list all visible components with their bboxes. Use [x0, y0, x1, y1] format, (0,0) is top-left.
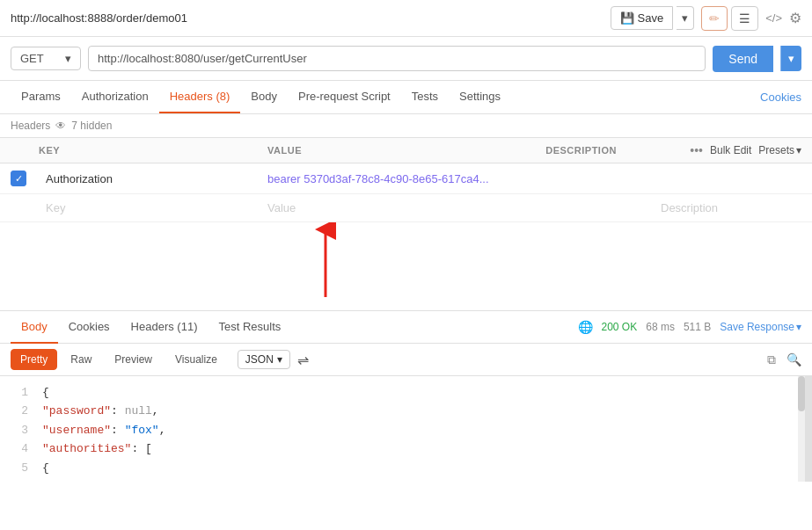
bulk-edit-button[interactable]: Bulk Edit	[710, 144, 751, 156]
tab-authorization[interactable]: Authorization	[71, 81, 159, 113]
checkmark-icon: ✓	[15, 173, 23, 185]
code-area: 1 { 2 "password": null, 3 "username": "f…	[0, 376, 812, 482]
table-row: ✓ Authorization bearer 5370d3af-78c8-4c9…	[0, 163, 812, 194]
code-line-5: 5 {	[0, 459, 805, 477]
url-input[interactable]	[88, 46, 706, 71]
status-badge: 200 OK	[602, 321, 638, 333]
send-button[interactable]: Send	[713, 46, 773, 72]
send-dropdown-button[interactable]: ▾	[780, 46, 801, 71]
comment-button[interactable]: ☰	[731, 6, 758, 31]
col-desc-header: DESCRIPTION	[545, 145, 686, 156]
code-line-6: 6 "authority": "admin"	[0, 477, 805, 482]
tab-settings[interactable]: Settings	[449, 81, 511, 113]
row-checkbox[interactable]: ✓	[11, 171, 26, 186]
tab-headers[interactable]: Headers (8)	[159, 81, 241, 113]
resp-tab-headers[interactable]: Headers (11)	[121, 311, 208, 344]
resp-tab-body[interactable]: Body	[11, 311, 58, 344]
fmt-visualize[interactable]: Visualize	[165, 349, 227, 370]
json-chevron-icon: ▾	[277, 353, 282, 366]
save-dropdown-button[interactable]: ▾	[677, 6, 694, 30]
resp-tab-test-results[interactable]: Test Results	[208, 311, 291, 344]
code-line-4: 4 "authorities": [	[0, 439, 805, 458]
table-row-empty: Key Value Description	[0, 194, 812, 222]
hidden-count: 7 hidden	[71, 120, 112, 132]
cookies-link[interactable]: Cookies	[760, 91, 801, 104]
col-key-header: KEY	[39, 145, 267, 156]
save-button[interactable]: 💾 Save	[611, 6, 674, 30]
empty-desc-input[interactable]: Description	[661, 201, 801, 214]
fmt-preview[interactable]: Preview	[105, 349, 162, 370]
row-key: Authorization	[39, 172, 267, 185]
presets-button[interactable]: Presets ▾	[758, 144, 801, 156]
eye-icon: 👁	[55, 120, 66, 132]
tab-tests[interactable]: Tests	[401, 81, 449, 113]
empty-value-input[interactable]: Value	[267, 201, 661, 214]
row-value: bearer 5370d3af-78c8-4c90-8e65-617ca4...	[267, 172, 661, 185]
response-time: 68 ms	[646, 321, 675, 333]
edit-button[interactable]: ✏	[701, 6, 728, 31]
code-line-3: 3 "username": "fox",	[0, 421, 805, 439]
save-response-chevron-icon: ▾	[796, 321, 801, 333]
arrow-annotation	[282, 222, 369, 301]
copy-icon[interactable]: ⧉	[767, 352, 776, 367]
scrollbar[interactable]	[798, 376, 805, 482]
search-icon[interactable]: 🔍	[786, 352, 801, 367]
save-response-button[interactable]: Save Response ▾	[720, 321, 801, 333]
tab-body[interactable]: Body	[240, 81, 288, 113]
save-icon: 💾	[620, 11, 634, 25]
tab-pre-request[interactable]: Pre-request Script	[288, 81, 401, 113]
globe-icon: 🌐	[578, 320, 593, 334]
filter-icon[interactable]: ⇌	[297, 352, 309, 368]
empty-key-input[interactable]: Key	[39, 201, 267, 214]
method-selector[interactable]: GET ▾	[11, 47, 81, 70]
code-line-1: 1 {	[0, 383, 805, 402]
more-options-icon[interactable]: •••	[690, 143, 703, 157]
response-size: 511 B	[684, 321, 711, 333]
window-url: http://localhost:8888/order/demo01	[11, 11, 611, 25]
headers-label: Headers	[11, 120, 50, 132]
settings-button[interactable]: ⚙	[789, 10, 801, 26]
code-line-2: 2 "password": null,	[0, 402, 805, 420]
method-chevron-icon: ▾	[65, 52, 71, 65]
fmt-pretty[interactable]: Pretty	[11, 349, 57, 370]
code-button[interactable]: </>	[765, 11, 782, 25]
presets-chevron-icon: ▾	[796, 144, 801, 156]
resp-tab-cookies[interactable]: Cookies	[58, 311, 121, 344]
json-format-selector[interactable]: JSON ▾	[238, 350, 290, 369]
fmt-raw[interactable]: Raw	[61, 349, 101, 370]
tab-params[interactable]: Params	[11, 81, 71, 113]
col-value-header: VALUE	[267, 145, 545, 156]
